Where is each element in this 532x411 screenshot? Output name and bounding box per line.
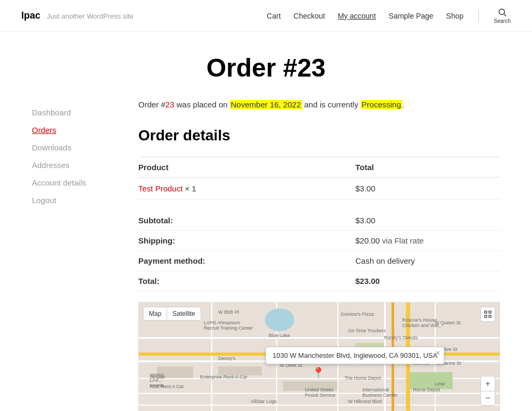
map-zoom-out[interactable]: − [480, 391, 495, 406]
order-content: Order #23 was placed on November 16, 202… [138, 98, 500, 411]
order-summary: Subtotal: $3.00 Shipping: $20.00 via Fla… [138, 211, 500, 291]
map-btn-satellite[interactable]: Satellite [167, 307, 201, 320]
map-label-sinclair: Sinclair [149, 374, 165, 380]
map-popup: ✕ 1030 W Manchester Blvd, Inglewood, CA … [265, 347, 444, 364]
main-nav: Cart Checkout My account Sample Page Sho… [267, 7, 511, 24]
order-table: Product Total Test Product × 1 $3.00 [138, 157, 500, 200]
product-total: $3.00 [355, 178, 500, 200]
map-zoom-controls: + − [480, 376, 495, 406]
order-status-text: Order #23 was placed on November 16, 202… [138, 98, 500, 111]
map-label-randys: Randy's Donuts [384, 335, 418, 340]
page-title-section: Order #23 [0, 32, 532, 98]
sidebar-item-addresses[interactable]: Addresses [32, 156, 117, 174]
nav-checkout[interactable]: Checkout [294, 12, 325, 20]
map-label-homedepot2: Home Depot [413, 387, 440, 392]
sidebar-item-dashboard[interactable]: Dashboard [32, 104, 117, 121]
order-number: 23 [165, 100, 174, 109]
status-end: . [402, 100, 404, 109]
svg-point-0 [499, 9, 505, 15]
subtotal-label: Subtotal: [138, 211, 355, 231]
expand-icon [484, 311, 492, 318]
nav-divider [478, 11, 479, 21]
map-label-usps: United StatesPostal Service [305, 387, 336, 398]
map-label-denny: Denny's [218, 356, 235, 361]
map-label-whill: W Hillcrest Blvd [348, 399, 381, 404]
col-header-product: Product [138, 157, 355, 178]
page-title: Order #23 [11, 53, 521, 82]
sidebar-item-orders[interactable]: Orders [32, 121, 117, 139]
total-label: Total: [138, 271, 355, 291]
product-qty: × 1 [182, 184, 196, 193]
map-pin: 📍 [312, 366, 325, 379]
sidebar: Dashboard Orders Downloads Addresses Acc… [32, 98, 117, 411]
map-label-ace: ACE Rent A Car [149, 384, 184, 389]
svg-rect-3 [489, 311, 491, 313]
search-label: Search [494, 18, 511, 24]
map-zoom-in[interactable]: + [480, 376, 495, 391]
total-row: Total: $23.00 [138, 271, 500, 291]
search-icon [497, 7, 507, 17]
map-label-lime: Lime [435, 381, 445, 387]
status-and: and is currently [302, 100, 361, 109]
product-cell: Test Product × 1 [138, 178, 355, 200]
col-header-total: Total [355, 157, 500, 178]
svg-rect-2 [485, 311, 487, 313]
payment-row: Payment method: Cash on delivery [138, 251, 500, 271]
subtotal-row: Subtotal: $3.00 [138, 211, 500, 231]
status-mid: was placed on [174, 100, 230, 109]
map-label-dominos: Domino's Pizza [341, 312, 374, 317]
map-label-blue-lake: Blue Lake [269, 333, 290, 338]
site-tagline: Just another WordPress site [47, 12, 134, 20]
status-prefix: Order # [138, 100, 165, 109]
nav-sample-page[interactable]: Sample Page [389, 12, 434, 20]
shipping-row: Shipping: $20.00 via Flat rate [138, 231, 500, 251]
sidebar-item-logout[interactable]: Logout [32, 191, 117, 209]
search-button[interactable]: Search [494, 7, 511, 24]
map-popup-close[interactable]: ✕ [435, 349, 440, 357]
fake-map: Blue Lake Domino's Pizza On Time Trucker… [139, 303, 500, 411]
total-value: $23.00 [355, 271, 500, 291]
map-type-group: Map Satellite [143, 307, 201, 321]
map-label-truckers: On Time Truckers [348, 328, 386, 333]
svg-line-1 [504, 14, 506, 16]
shipping-note: via Flat rate [380, 236, 424, 245]
map-label-w-queen: W Queen St [435, 320, 461, 325]
nav-myaccount[interactable]: My account [338, 12, 376, 20]
payment-label: Payment method: [138, 251, 355, 271]
map-popup-address: 1030 W Manchester Blvd, Inglewood, CA 90… [272, 351, 437, 359]
order-status: Processing [361, 100, 402, 109]
map-label-enterprise: Enterprise Rent-A-Car [200, 374, 247, 380]
shipping-label: Shipping: [138, 231, 355, 251]
map-label-allstar: AllStar Logo [251, 399, 277, 404]
product-link[interactable]: Test Product [138, 184, 182, 193]
map-btn-map[interactable]: Map [144, 307, 167, 320]
site-branding: lpac Just another WordPress site [21, 10, 134, 21]
site-logo[interactable]: lpac [21, 10, 40, 21]
nav-shop[interactable]: Shop [446, 12, 464, 20]
map-label-w85: W 85th Pl [218, 309, 239, 315]
map-expand-button[interactable] [480, 307, 495, 322]
svg-rect-4 [485, 315, 487, 317]
nav-cart[interactable]: Cart [267, 12, 280, 20]
map-label-ibusiness: InternationalBusiness Center [362, 387, 397, 398]
map-label-homedepot: The Home Depot [344, 375, 381, 381]
payment-value: Cash on delivery [355, 251, 500, 271]
sidebar-item-downloads[interactable]: Downloads [32, 139, 117, 156]
order-date: November 16, 2022 [230, 100, 302, 109]
shipping-value: $20.00 via Flat rate [355, 231, 500, 251]
map-controls: Map Satellite [143, 307, 201, 321]
order-details-title: Order details [138, 127, 500, 144]
site-header: lpac Just another WordPress site Cart Ch… [0, 0, 532, 32]
svg-rect-5 [489, 315, 491, 317]
sidebar-item-account-details[interactable]: Account details [32, 174, 117, 191]
map-container: Blue Lake Domino's Pizza On Time Trucker… [138, 302, 500, 411]
subtotal-value: $3.00 [355, 211, 500, 231]
table-row: Test Product × 1 $3.00 [138, 178, 500, 200]
main-content: Dashboard Orders Downloads Addresses Acc… [11, 98, 521, 411]
map-label-lapd: LAPD AhmansonRecruit Training Center [204, 320, 253, 331]
